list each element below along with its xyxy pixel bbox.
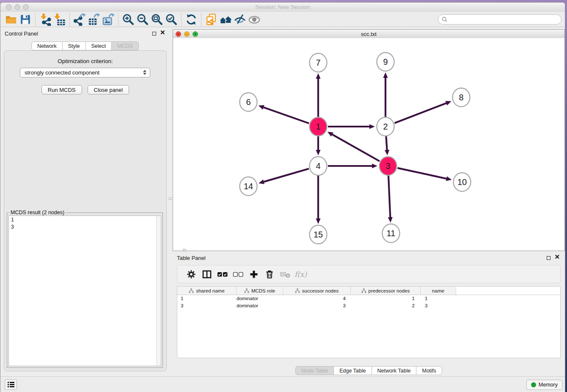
graph-edge-2-8[interactable]	[394, 103, 446, 123]
graph-edge-4-14[interactable]	[264, 168, 308, 182]
cell-predecessor-nodes[interactable]: 1	[351, 295, 421, 302]
zoom-in-icon[interactable]	[121, 13, 135, 26]
graph-node-label-6: 6	[246, 97, 250, 107]
network-window-titlebar: × − + scc.txt	[173, 30, 564, 39]
graph-node-label-9: 9	[383, 57, 388, 66]
graph-arrow-3-11	[388, 217, 393, 223]
export-network-icon[interactable]	[72, 13, 87, 26]
refresh-layout-icon[interactable]	[184, 13, 198, 26]
search-icon	[442, 17, 448, 22]
graph-arrow-4-15	[316, 218, 320, 224]
column-header-shared-name[interactable]: shared name	[177, 287, 237, 295]
graph-arrow-2-3	[385, 150, 389, 155]
save-session-icon[interactable]	[18, 13, 33, 26]
home-view-icon[interactable]	[218, 13, 233, 26]
graph-edge-1-6[interactable]	[264, 108, 309, 124]
control-panel-tabs: Network Style Select MCDS	[0, 41, 170, 50]
graph-arrow-1-2	[369, 124, 375, 129]
graph-node-label-14: 14	[244, 182, 253, 191]
graph-arrow-1-4	[316, 150, 320, 155]
hide-selected-icon[interactable]	[233, 13, 247, 26]
control-panel-float-icon[interactable]	[152, 32, 156, 36]
cell-successor-nodes[interactable]: 3	[283, 302, 351, 309]
clone-network-icon[interactable]	[204, 13, 218, 26]
graph-node-label-3: 3	[385, 161, 390, 171]
function-builder-icon[interactable]: f(x)	[293, 270, 308, 279]
task-history-button[interactable]	[5, 379, 17, 390]
zoom-selected-icon[interactable]	[164, 13, 179, 26]
tab-network[interactable]: Network	[31, 41, 63, 50]
mcds-result-textarea[interactable]: 1 3	[8, 215, 161, 366]
tab-node-table[interactable]: Node Table	[295, 366, 334, 375]
control-panel-close-icon[interactable]: ✕	[160, 30, 165, 35]
table-header-row: shared name MCDS role successor nodes pr…	[177, 287, 560, 295]
import-table-icon[interactable]	[52, 13, 67, 26]
column-header-mcds-role[interactable]: MCDS role	[237, 287, 283, 295]
cell-name[interactable]: 3	[421, 302, 456, 309]
zoom-fit-icon[interactable]	[150, 13, 164, 26]
network-canvas[interactable]: 7968124314101511	[173, 38, 564, 251]
table-panel: Table Panel ✕ f(x)	[173, 252, 565, 376]
memory-button[interactable]: Memory	[526, 380, 562, 390]
import-network-icon[interactable]	[38, 13, 52, 26]
vertical-splitter[interactable]	[168, 29, 173, 373]
checked-checkboxes-icon[interactable]	[215, 271, 230, 278]
graph-edge-3-1[interactable]	[332, 135, 380, 161]
cell-shared-name[interactable]: 1	[177, 295, 237, 302]
graph-edge-2-3[interactable]	[386, 136, 387, 150]
gear-icon[interactable]	[183, 270, 199, 279]
mcds-result-group: MCDS result (2 nodes) 1 3	[7, 210, 163, 368]
graph-node-label-8: 8	[459, 93, 463, 102]
mcds-result-line: 3	[9, 223, 161, 230]
result-scrollbar[interactable]	[156, 216, 161, 366]
export-table-icon[interactable]	[87, 13, 101, 26]
graph-arrow-1-7	[316, 73, 320, 79]
graph-edge-3-11[interactable]	[388, 176, 390, 217]
tab-motifs[interactable]: Motifs	[416, 366, 442, 375]
export-image-icon[interactable]	[101, 13, 116, 26]
open-session-icon[interactable]	[4, 13, 18, 26]
tab-mcds[interactable]: MCDS	[112, 41, 139, 50]
table-row[interactable]: 3 dominator 3 2 3	[177, 302, 560, 309]
unchecked-checkboxes-icon[interactable]	[230, 271, 246, 278]
table-panel-float-icon[interactable]	[547, 256, 550, 260]
delete-table-icon[interactable]	[277, 270, 293, 279]
tab-edge-table[interactable]: Edge Table	[334, 366, 372, 375]
column-header-predecessor-nodes[interactable]: predecessor nodes	[351, 287, 421, 295]
tab-style[interactable]: Style	[63, 41, 86, 50]
main-toolbar	[0, 12, 565, 27]
add-column-icon[interactable]	[246, 270, 261, 279]
search-box[interactable]	[438, 14, 561, 25]
split-columns-icon[interactable]	[199, 270, 215, 279]
horizontal-splitter-grip[interactable]	[183, 249, 186, 251]
run-mcds-button[interactable]: Run MCDS	[41, 85, 82, 94]
show-all-icon[interactable]	[247, 13, 261, 26]
mcds-result-line: 1	[9, 216, 161, 223]
status-bar: Memory	[0, 376, 565, 392]
cell-mcds-role[interactable]: dominator	[237, 295, 283, 302]
tab-select[interactable]: Select	[86, 41, 112, 50]
close-panel-button[interactable]: Close panel	[88, 85, 129, 94]
tab-network-table[interactable]: Network Table	[372, 366, 417, 375]
network-window-title: scc.txt	[173, 31, 564, 37]
application-window: Session: New Session	[0, 2, 565, 392]
optimization-criterion-select[interactable]: strongly connected component	[20, 68, 150, 77]
graph-edge-3-10[interactable]	[397, 168, 446, 179]
cell-mcds-role[interactable]: dominator	[237, 302, 283, 309]
graph-arrow-4-3	[372, 163, 377, 168]
toolbar-separator	[69, 13, 70, 26]
table-panel-tabs: Node Table Edge Table Network Table Moti…	[173, 366, 565, 375]
cell-shared-name[interactable]: 3	[177, 302, 237, 309]
column-header-successor-nodes[interactable]: successor nodes	[283, 287, 351, 295]
zoom-out-icon[interactable]	[135, 13, 150, 26]
toolbar-separator	[35, 13, 36, 26]
cell-name[interactable]: 1	[421, 295, 456, 302]
delete-column-icon[interactable]	[261, 270, 277, 279]
cell-successor-nodes[interactable]: 4	[283, 295, 351, 302]
column-header-name[interactable]: name	[421, 287, 456, 295]
search-input[interactable]	[450, 16, 558, 23]
memory-status-dot	[531, 382, 536, 387]
table-row[interactable]: 1 dominator 4 1 1	[177, 295, 560, 302]
table-panel-close-icon[interactable]: ✕	[554, 255, 560, 259]
cell-predecessor-nodes[interactable]: 2	[351, 302, 421, 309]
